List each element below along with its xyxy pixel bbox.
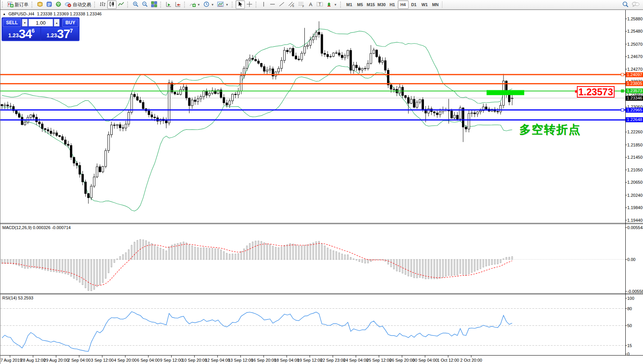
collapse-one-click-icon[interactable]: ▲ <box>3 12 6 16</box>
toolbar-grip <box>32 2 34 8</box>
new-order-button[interactable]: 新订单 <box>6 0 30 9</box>
auto-scroll-icon <box>166 1 172 8</box>
buy-button[interactable]: BUY <box>62 18 78 27</box>
zoom-in-button[interactable] <box>131 0 140 9</box>
price-callout-label[interactable]: 1.23573 <box>577 86 615 98</box>
price-tick: 1.21050 <box>627 168 643 172</box>
main-toolbar: 新订单 自动交易 ▼ ▼ ▼ E F A T ▼ <box>0 0 643 10</box>
toolbar-grip <box>184 2 187 8</box>
rsi-axis-tick: 100 <box>627 296 643 301</box>
svg-text:F: F <box>302 5 304 7</box>
equidistant-channel-button[interactable]: E <box>286 0 296 9</box>
price-tick: 1.25070 <box>627 42 643 47</box>
toolbar-grip <box>232 2 234 8</box>
macd-axis-tick: 0.00 <box>627 257 643 262</box>
timeframe-mn[interactable]: MN <box>430 0 441 9</box>
sell-price-display[interactable]: 1.23 34 6 <box>3 27 40 40</box>
crosshair-button[interactable] <box>245 0 254 9</box>
current-price-badge: 1.23346 <box>626 96 643 101</box>
indicators-button[interactable]: ▼ <box>188 0 202 9</box>
timeframe-m1[interactable]: M1 <box>344 0 355 9</box>
price-level-badge: 1.22648 <box>626 117 643 122</box>
templates-icon <box>217 1 224 8</box>
timeframe-m15[interactable]: M15 <box>366 0 376 9</box>
vertical-line-icon <box>261 1 266 8</box>
chat-icon[interactable] <box>632 1 640 8</box>
highlight-rectangle <box>487 90 524 95</box>
auto-scroll-button[interactable] <box>164 0 173 9</box>
periods-button[interactable]: ▼ <box>202 0 216 9</box>
templates-button[interactable]: ▼ <box>216 0 230 9</box>
toolbar-grip <box>340 2 343 8</box>
chart-plot[interactable] <box>0 0 643 364</box>
cursor-button[interactable] <box>236 0 245 9</box>
price-tick: 1.24270 <box>627 67 643 71</box>
macd-indicator-label: MACD(12,26,9) 0.000326 -0.000714 <box>2 225 71 230</box>
bar-chart-button[interactable] <box>98 0 107 9</box>
buy-price-display[interactable]: 1.23 37 7 <box>41 27 79 40</box>
new-order-icon <box>7 1 13 8</box>
text-label-icon: T <box>316 1 323 8</box>
sell-price-prefix: 1.23 <box>8 32 18 38</box>
dropdown-caret-icon: ▼ <box>334 3 337 7</box>
zoom-in-icon <box>133 1 139 8</box>
equidistant-channel-icon: E <box>288 1 295 8</box>
chart-ohlc-header: ▲ GBPUSD-,H4 1.23338 1.23369 1.23338 1.2… <box>3 12 101 16</box>
svg-text:T: T <box>319 2 321 6</box>
tile-windows-button[interactable] <box>150 0 159 9</box>
terminal-window: 新订单 自动交易 ▼ ▼ ▼ E F A T ▼ <box>0 0 643 364</box>
price-tick: 1.25880 <box>627 17 643 21</box>
arrows-icon <box>326 1 332 8</box>
one-click-trading-panel: SELL ▼ 1.00 ▲ BUY 1.23 34 6 1.23 37 7 <box>2 17 80 41</box>
indicators-icon <box>189 1 196 8</box>
autotrading-button[interactable]: 自动交易 <box>63 0 93 9</box>
rsi-pane <box>0 309 625 351</box>
volume-increase-button[interactable]: ▲ <box>54 19 60 27</box>
macd-axis-tick: -0.005583 <box>627 289 643 294</box>
price-tick: 1.20240 <box>627 193 643 198</box>
navigator-button[interactable] <box>54 0 63 9</box>
line-handle[interactable] <box>621 90 624 92</box>
line-handle[interactable] <box>621 73 624 76</box>
candlestick-chart-button[interactable] <box>107 0 116 9</box>
chart-shift-button[interactable] <box>173 0 183 9</box>
horizontal-line-button[interactable] <box>268 0 277 9</box>
timeframe-d1[interactable]: D1 <box>409 0 419 9</box>
zoom-out-button[interactable] <box>140 0 150 9</box>
timeframe-h1[interactable]: H1 <box>387 0 398 9</box>
fibonacci-button[interactable]: F <box>296 0 306 9</box>
text-label-button[interactable]: T <box>315 0 325 9</box>
timeframe-m5[interactable]: M5 <box>355 0 366 9</box>
buy-price-pip: 7 <box>70 28 73 34</box>
crosshair-icon <box>246 1 253 8</box>
toolbar-grip <box>256 2 258 8</box>
line-handle[interactable] <box>621 109 624 111</box>
vertical-line-button[interactable] <box>259 0 268 9</box>
rsi-axis-tick: 50 <box>627 323 643 328</box>
search-icon[interactable] <box>622 1 629 9</box>
market-watch-button[interactable] <box>35 0 45 9</box>
volume-input[interactable]: 1.00 <box>28 19 53 27</box>
line-chart-button[interactable] <box>116 0 126 9</box>
candlestick-series <box>1 21 513 203</box>
autotrading-icon <box>65 1 71 8</box>
rsi-axis-tick: 80 <box>627 306 643 311</box>
timeframe-w1[interactable]: W1 <box>419 0 430 9</box>
volume-decrease-button[interactable]: ▼ <box>22 19 28 27</box>
arrows-button[interactable]: ▼ <box>325 0 339 9</box>
price-level-badge: 1.24097 <box>626 72 643 77</box>
toolbar-separator <box>442 1 442 8</box>
dropdown-caret-icon: ▼ <box>197 3 200 7</box>
buy-price-main: 37 <box>57 28 70 40</box>
bollinger-lower-band <box>2 66 512 211</box>
timeframe-h4[interactable]: H4 <box>398 0 409 9</box>
callout-anchor-handle[interactable] <box>575 90 577 93</box>
text-icon: A <box>308 1 313 8</box>
data-window-button[interactable] <box>45 0 54 9</box>
text-button[interactable]: A <box>306 0 315 9</box>
sell-price-pip: 6 <box>32 28 35 34</box>
sell-button[interactable]: SELL <box>3 18 21 27</box>
trendline-button[interactable] <box>277 0 286 9</box>
timeframe-m30[interactable]: M30 <box>376 0 387 9</box>
macd-pane <box>0 239 625 291</box>
